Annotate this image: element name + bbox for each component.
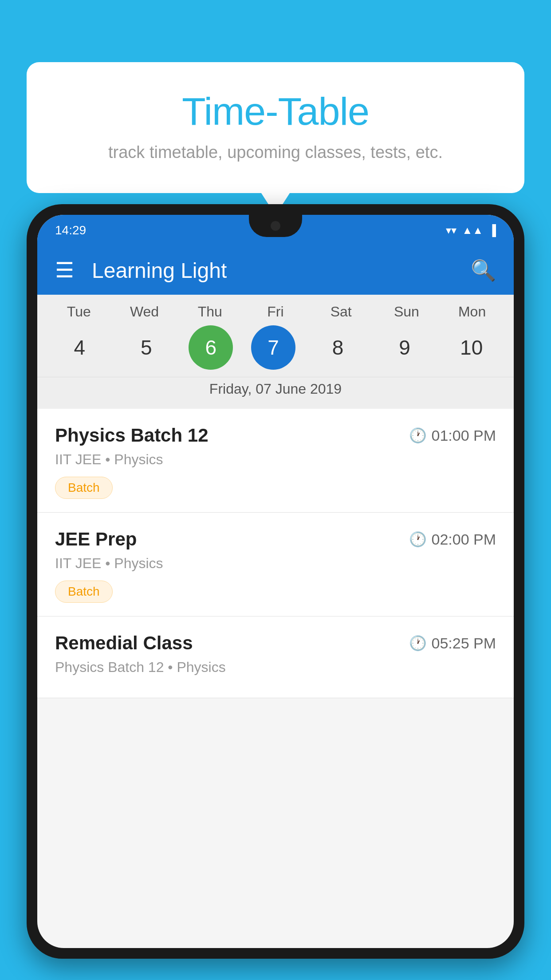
day-7-selected[interactable]: 7 (251, 325, 295, 370)
calendar-strip: Tue Wed Thu Fri Sat Sun Mon 4 5 6 7 8 9 … (37, 295, 514, 409)
day-4[interactable]: 4 (55, 325, 104, 370)
batch-tag-2: Batch (55, 581, 113, 603)
day-header-sat: Sat (317, 304, 366, 320)
item-subtitle-1: IIT JEE • Physics (55, 451, 496, 468)
schedule-item-3[interactable]: Remedial Class 🕐 05:25 PM Physics Batch … (37, 616, 514, 698)
schedule-list: Physics Batch 12 🕐 01:00 PM IIT JEE • Ph… (37, 409, 514, 698)
phone-wrapper: 14:29 ▾▾ ▲▲ ▐ ☰ Learning Light 🔍 Tu (27, 204, 524, 980)
phone-screen: 14:29 ▾▾ ▲▲ ▐ ☰ Learning Light 🔍 Tu (37, 215, 514, 948)
signal-icon: ▲▲ (462, 224, 483, 237)
phone-frame: 14:29 ▾▾ ▲▲ ▐ ☰ Learning Light 🔍 Tu (27, 204, 524, 959)
item-title-3: Remedial Class (55, 632, 193, 654)
status-time: 14:29 (55, 223, 86, 237)
bubble-subtitle: track timetable, upcoming classes, tests… (62, 143, 489, 162)
speech-bubble: Time-Table track timetable, upcoming cla… (27, 62, 524, 193)
item-title-1: Physics Batch 12 (55, 425, 209, 446)
item-subtitle-2: IIT JEE • Physics (55, 555, 496, 572)
item-subtitle-3: Physics Batch 12 • Physics (55, 659, 496, 676)
day-header-tue: Tue (55, 304, 103, 320)
item-title-2: JEE Prep (55, 529, 137, 550)
schedule-item-2[interactable]: JEE Prep 🕐 02:00 PM IIT JEE • Physics Ba… (37, 513, 514, 616)
speech-bubble-section: Time-Table track timetable, upcoming cla… (27, 62, 524, 193)
day-header-sun: Sun (382, 304, 431, 320)
item-time-3: 🕐 05:25 PM (409, 635, 496, 652)
day-header-fri: Fri (251, 304, 300, 320)
day-headers: Tue Wed Thu Fri Sat Sun Mon (37, 304, 514, 320)
status-icons: ▾▾ ▲▲ ▐ (446, 224, 496, 237)
search-icon[interactable]: 🔍 (471, 258, 496, 282)
day-header-mon: Mon (448, 304, 496, 320)
wifi-icon: ▾▾ (446, 224, 457, 237)
day-numbers: 4 5 6 7 8 9 10 (37, 325, 514, 370)
day-header-thu: Thu (185, 304, 234, 320)
day-9[interactable]: 9 (380, 325, 429, 370)
clock-icon-1: 🕐 (409, 427, 427, 444)
item-row1-1: Physics Batch 12 🕐 01:00 PM (55, 425, 496, 446)
clock-icon-2: 🕐 (409, 531, 427, 548)
app-bar-title: Learning Light (92, 258, 471, 283)
battery-icon: ▐ (488, 224, 496, 237)
camera (271, 221, 280, 231)
day-5[interactable]: 5 (122, 325, 171, 370)
item-time-1: 🕐 01:00 PM (409, 427, 496, 444)
clock-icon-3: 🕐 (409, 635, 427, 652)
item-row1-3: Remedial Class 🕐 05:25 PM (55, 632, 496, 654)
notch (249, 215, 302, 237)
day-6-today[interactable]: 6 (189, 325, 233, 370)
bubble-title: Time-Table (62, 89, 489, 134)
day-10[interactable]: 10 (447, 325, 496, 370)
selected-date-label: Friday, 07 June 2019 (37, 377, 514, 404)
schedule-item-1[interactable]: Physics Batch 12 🕐 01:00 PM IIT JEE • Ph… (37, 409, 514, 513)
hamburger-icon[interactable]: ☰ (55, 260, 74, 281)
item-time-2: 🕐 02:00 PM (409, 531, 496, 548)
item-row1-2: JEE Prep 🕐 02:00 PM (55, 529, 496, 550)
day-header-wed: Wed (120, 304, 169, 320)
app-bar: ☰ Learning Light 🔍 (37, 246, 514, 295)
day-8[interactable]: 8 (314, 325, 362, 370)
status-bar: 14:29 ▾▾ ▲▲ ▐ (37, 215, 514, 246)
batch-tag-1: Batch (55, 477, 113, 499)
